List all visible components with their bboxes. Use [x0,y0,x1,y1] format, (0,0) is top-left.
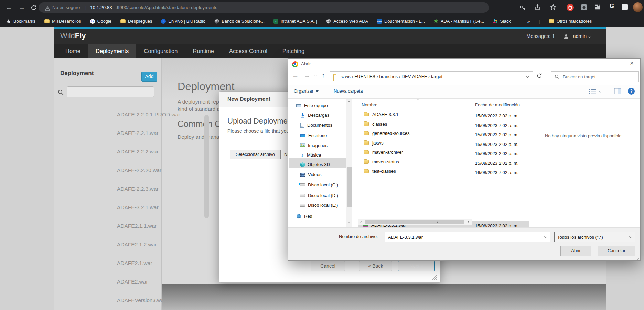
tree-item-musica[interactable]: ♪Música [301,152,321,158]
tab-home[interactable]: Home [58,44,88,58]
tree-item-escritorio[interactable]: Escritorio [300,133,327,138]
filename-input[interactable] [387,233,539,242]
dialog-cancel-button[interactable]: Cancelar [598,246,635,256]
dialog-resize-grip[interactable] [635,256,639,260]
share-icon[interactable] [535,4,541,12]
bookmark-item[interactable]: b En vivo | Blu Radio [161,19,205,24]
breadcrumb-segment[interactable]: target [431,74,442,79]
white-extension-icon[interactable] [622,4,628,10]
deployment-list-item[interactable]: ADAFE2.1.2.war [117,242,206,248]
column-name[interactable]: Nombre [362,102,377,107]
tab-deployments[interactable]: Deployments [88,44,136,58]
tree-item-red[interactable]: Red [296,214,312,219]
nav-history-caret[interactable] [314,74,317,76]
breadcrumb-segment[interactable]: ws [345,74,351,79]
deployment-list-item[interactable]: ADAFE-3.2.1.war [117,204,206,211]
filetype-combobox[interactable]: Todos los archivos (*.*) [554,232,635,242]
filename-caret[interactable] [544,235,547,238]
cancel-button[interactable]: Cancel [311,261,345,271]
tree-scrollbar[interactable] [346,99,352,227]
g-extension-icon[interactable]: G [610,3,614,10]
modal-resize-grip[interactable] [431,275,437,280]
tree-item-documentos[interactable]: Documentos [300,122,332,128]
address-dropdown-caret[interactable] [526,75,529,78]
tree-item-disco-e[interactable]: Disco local (E:) [300,203,338,208]
help-icon[interactable]: ? [628,88,635,95]
adblock-hand-icon[interactable] [566,3,574,13]
tree-item-objetos-3d[interactable]: Objetos 3D [300,162,330,167]
bookmark-item[interactable]: Despliegues [120,19,152,24]
tree-item-imagenes[interactable]: Imágenes [300,143,328,148]
file-row[interactable]: test-classes [364,169,396,174]
bookmark-star-icon[interactable] [550,4,557,12]
tab-patching[interactable]: Patching [275,44,312,58]
open-button[interactable]: Abrir [560,246,591,256]
tab-access-control[interactable]: Access Control [222,44,275,58]
password-key-icon[interactable] [519,4,526,12]
tree-item-disco-c[interactable]: Disco local (C:) [300,182,338,188]
tab-runtime[interactable]: Runtime [185,44,221,58]
user-menu[interactable]: admin [573,33,590,39]
other-bookmarks[interactable]: Otros marcadores [549,19,592,24]
extension-icon[interactable] [581,4,587,12]
filetype-caret[interactable] [629,235,632,238]
bookmark-item[interactable]: Bookmarks [6,19,35,24]
bookmark-item[interactable]: x Intranet ADA S.A. | [273,19,317,24]
forward-icon[interactable]: → [19,2,25,13]
bookmark-item[interactable]: Acceso Web ADA [326,19,368,24]
file-row[interactable]: maven-status [364,159,399,164]
close-icon[interactable]: × [630,60,634,67]
deployment-list-item[interactable]: ADAFE2.1.1.war [117,223,206,230]
n av-up-icon[interactable]: ↑ [322,72,325,79]
refresh-icon[interactable] [536,73,543,80]
address-breadcrumb[interactable]: « ws › FUENTES › branches › DEV-ADAFE › … [330,71,533,82]
file-row[interactable]: classes [364,121,387,127]
deployment-list-item[interactable]: ADAFE-2.2.3.war [117,186,206,193]
tree-item-disco-d[interactable]: Disco local (D:) [300,193,338,198]
tree-item-este-equipo[interactable]: Este equipo [296,103,328,108]
deployment-list-item[interactable]: ADAFE-2.2.20.war [117,167,206,174]
bookmark-item[interactable]: Banco de Solucione... [214,19,265,24]
view-options-caret[interactable] [599,90,601,93]
file-row[interactable]: generated-sources [364,131,409,136]
column-date[interactable]: Fecha de modificación [475,102,520,107]
add-button[interactable]: Add [141,72,157,82]
breadcrumb-segment[interactable]: branches [379,74,398,79]
tab-configuration[interactable]: Configuration [136,44,185,58]
list-horizontal-scrollbar[interactable] [358,219,472,225]
choose-file-button[interactable]: Seleccionar archivo [230,150,281,159]
address-bar[interactable]: No es seguro | 10.1.20.83 :9990/console/… [39,2,489,13]
bookmarks-overflow[interactable]: » [527,19,530,24]
bookmark-item[interactable]: DSM Doucmentación - L... [377,19,425,24]
bookmark-item[interactable]: ADA - MantisBT (Ge... [434,19,484,24]
breadcrumb-segment[interactable]: FUENTES [354,74,375,79]
messages-indicator[interactable]: Messages: 1 [526,33,555,39]
next-button[interactable]: Next » [398,261,435,271]
file-row[interactable]: maven-archiver [364,150,403,155]
security-warning[interactable]: No es seguro [52,2,80,13]
new-folder-button[interactable]: Nueva carpeta [334,88,363,94]
reload-icon[interactable] [30,4,37,12]
back-button[interactable]: « Back [359,261,392,271]
breadcrumb-segment[interactable]: DEV-ADAFE [402,74,427,79]
tree-item-videos[interactable]: Videos [300,172,322,177]
deployment-list-item[interactable]: ADAFE-2.2.1.war [117,130,206,137]
file-row[interactable]: ADAFE-3.3.1 [364,112,399,117]
file-row[interactable]: jaxws [364,140,384,146]
bookmark-item[interactable]: G Google [90,19,111,24]
tree-item-descargas[interactable]: Descargas [300,113,329,118]
search-box[interactable] [551,71,639,82]
filename-combobox[interactable] [385,232,550,242]
preview-pane-icon[interactable] [614,88,621,96]
nav-forward-icon[interactable]: → [304,72,310,79]
profile-avatar[interactable] [633,2,643,12]
extensions-puzzle-icon[interactable] [594,4,601,12]
view-options-icon[interactable] [589,88,596,96]
deployment-list-item[interactable]: ADAFE-2.2.2.war [117,149,206,156]
deployment-list-item[interactable]: ADAFE2.1.war [117,260,206,267]
bookmark-item[interactable]: MisDesarrollos [44,19,81,24]
sidebar-search-input[interactable] [67,86,154,97]
organize-menu[interactable]: Organizar [294,88,319,94]
deployment-list-item[interactable]: ADAFE-2.2.0.1-PROD.war [117,111,206,118]
back-icon[interactable]: ← [6,2,12,13]
